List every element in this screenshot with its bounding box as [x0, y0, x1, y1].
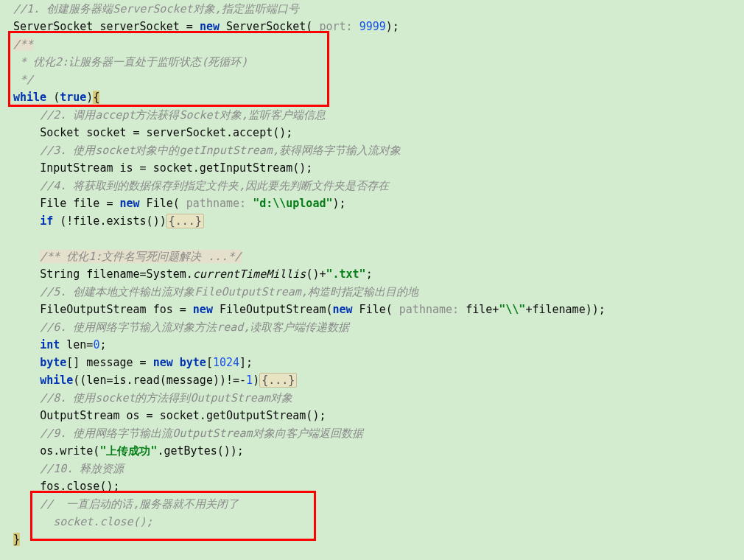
keyword-byte: byte [40, 356, 66, 369]
code-line: //3. 使用socket对象中的getInputStream,获得网络字节输入… [13, 141, 744, 159]
comment: //1. 创建服务器端ServerSocket对象,指定监听端口号 [13, 2, 299, 15]
comment: socket.close(); [40, 515, 153, 528]
code-text: ServerSocket serverSocket = [13, 20, 200, 33]
code-text: ; [99, 338, 106, 351]
param-hint: pathname: [393, 303, 466, 316]
string-literal: ".txt" [326, 267, 365, 281]
keyword-new: new [153, 356, 173, 369]
code-line: */ [13, 71, 744, 88]
comment: //10. 释放资源 [40, 462, 124, 475]
string-literal: "d:\\upload" [253, 197, 332, 210]
string-literal: "\\" [499, 303, 525, 316]
keyword-int: int [40, 338, 60, 351]
code-text: FileOutputStream( [213, 303, 333, 316]
comment: //2. 调用accept方法获得Socket对象,监听客户端信息 [40, 108, 326, 122]
comment: //6. 使用网络字节输入流对象方法read,读取客户端传递数据 [40, 321, 349, 334]
code-text: len= [60, 338, 93, 351]
code-line: //1. 创建服务器端ServerSocket对象,指定监听端口号 [13, 0, 744, 18]
keyword-true: true [60, 91, 86, 104]
code-line: } [13, 531, 744, 548]
param-hint: pathname: [180, 197, 253, 210]
code-text: OutputStream os = socket.getOutputStream… [40, 409, 326, 422]
code-text: ( [46, 91, 60, 104]
code-text: ()+ [306, 267, 326, 281]
keyword-new: new [200, 20, 220, 33]
code-line: fos.close(); [13, 477, 744, 495]
code-line: ServerSocket serverSocket = new ServerSo… [13, 18, 744, 35]
keyword-if: if [40, 214, 53, 228]
number-literal: 1 [246, 374, 253, 387]
code-text: fos.close(); [40, 480, 119, 493]
code-text: +filename)); [525, 303, 605, 316]
code-text: (!file.exists()) [53, 214, 166, 228]
code-line: //5. 创建本地文件输出流对象FileOutputStream,构造时指定输出… [13, 283, 744, 301]
code-line: //2. 调用accept方法获得Socket对象,监听客户端信息 [13, 106, 744, 124]
code-text: os.write( [40, 444, 99, 458]
code-text [173, 356, 180, 369]
code-text: .getBytes()); [157, 444, 243, 458]
code-text: FileOutputStream fos = [40, 303, 193, 316]
code-text: File( [140, 197, 180, 210]
code-line: //4. 将获取到的数据保存到指定文件夹,因此要先判断文件夹是否存在 [13, 177, 744, 195]
comment: //8. 使用socket的方法得到OutputStream对象 [40, 391, 292, 405]
static-method: currentTimeMillis [193, 267, 306, 281]
code-text: InputStream is = socket.getInputStream()… [40, 161, 312, 175]
code-text: ServerSocket( [220, 20, 312, 33]
comment: //9. 使用网络字节输出流OutputStream对象向客户端返回数据 [40, 427, 363, 440]
code-line: int len=0; [13, 336, 744, 354]
code-fold[interactable]: {...} [259, 373, 297, 388]
javadoc-comment: * 优化2:让服务器一直处于监听状态(死循环) [13, 55, 248, 69]
keyword-new: new [120, 197, 140, 210]
keyword-byte: byte [180, 356, 206, 369]
code-line: Socket socket = serverSocket.accept(); [13, 124, 744, 141]
string-literal: "上传成功" [99, 444, 157, 458]
blank-line [13, 230, 744, 248]
code-line: //10. 释放资源 [13, 460, 744, 477]
code-text: ); [333, 197, 346, 210]
comment: //4. 将获取到的数据保存到指定文件夹,因此要先判断文件夹是否存在 [40, 179, 389, 192]
code-text: ) [253, 374, 259, 387]
javadoc-comment: /** [13, 38, 33, 51]
code-text: ; [366, 267, 373, 281]
code-line: //9. 使用网络字节输出流OutputStream对象向客户端返回数据 [13, 424, 744, 442]
code-line: * 优化2:让服务器一直处于监听状态(死循环) [13, 53, 744, 71]
code-text: file+ [466, 303, 499, 316]
code-line: //8. 使用socket的方法得到OutputStream对象 [13, 389, 744, 407]
code-line: /** 优化1:文件名写死问题解决 ...*/ [13, 248, 744, 265]
number-literal: 9999 [359, 20, 386, 33]
comment: //5. 创建本地文件输出流对象FileOutputStream,构造时指定输出… [40, 285, 418, 298]
keyword-new: new [333, 303, 353, 316]
code-text: File( [353, 303, 393, 316]
code-line: String filename=System.currentTimeMillis… [13, 265, 744, 283]
javadoc-comment: */ [13, 73, 33, 86]
param-hint: port: [312, 20, 359, 33]
code-line: //6. 使用网络字节输入流对象方法read,读取客户端传递数据 [13, 318, 744, 336]
code-line: while (true){ [13, 88, 744, 106]
code-line: OutputStream os = socket.getOutputStream… [13, 407, 744, 424]
javadoc-comment: /** 优化1:文件名写死问题解决 ...*/ [40, 250, 241, 263]
code-line: /** [13, 35, 744, 53]
code-line: while((len=is.read(message))!=-1){...} [13, 371, 744, 389]
brace: } [13, 533, 20, 546]
code-text: [ [206, 356, 213, 369]
code-text: Socket socket = serverSocket.accept(); [40, 126, 292, 139]
code-line: if (!file.exists()){...} [13, 212, 744, 230]
keyword-while: while [40, 374, 73, 387]
comment: // 一直启动的话,服务器就不用关闭了 [40, 497, 239, 511]
comment: //3. 使用socket对象中的getInputStream,获得网络字节输入… [40, 144, 401, 157]
code-line: socket.close(); [13, 513, 744, 531]
code-editor: //1. 创建服务器端ServerSocket对象,指定监听端口号 Server… [0, 0, 744, 548]
code-text: ); [386, 20, 399, 33]
code-text: ]; [239, 356, 253, 369]
code-fold[interactable]: {...} [166, 214, 204, 228]
code-line: File file = new File( pathname: "d:\\upl… [13, 195, 744, 212]
brace: { [93, 91, 99, 104]
code-line: InputStream is = socket.getInputStream()… [13, 159, 744, 177]
code-line: byte[] message = new byte[1024]; [13, 354, 744, 371]
code-text: String filename=System. [40, 267, 193, 281]
code-text: ((len=is.read(message))!=- [73, 374, 246, 387]
code-line: FileOutputStream fos = new FileOutputStr… [13, 301, 744, 318]
keyword-new: new [193, 303, 213, 316]
number-literal: 1024 [213, 356, 239, 369]
code-line: // 一直启动的话,服务器就不用关闭了 [13, 495, 744, 513]
